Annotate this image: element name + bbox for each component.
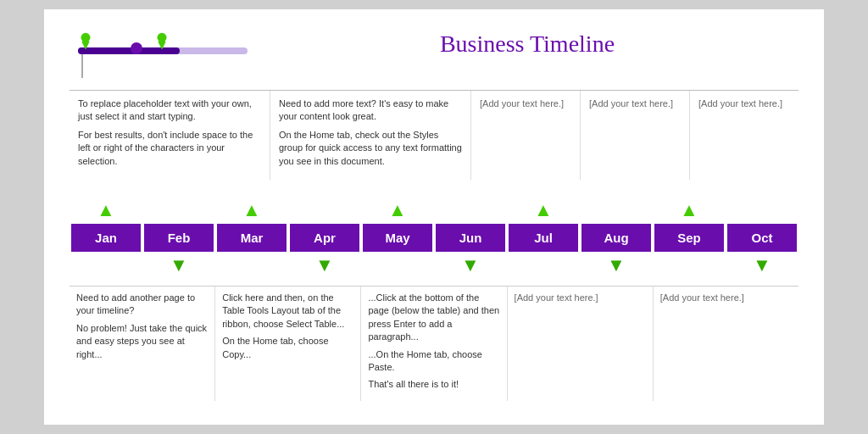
header: Business Timeline [70,26,798,81]
page-title: Business Timeline [256,31,798,58]
arrow-top-mar: ▲ [215,197,288,224]
month-may: May [363,224,432,252]
arrow-top-oct [726,197,798,224]
arrow-top-may: ▲ [361,197,434,224]
bottom-text-box-3: [Add your text here.] [508,287,654,401]
title-area: Business Timeline [256,26,798,58]
top-text-row: To replace placeholder text with your ow… [70,90,798,180]
arrow-top-jan: ▲ [70,197,142,224]
arrows-top-row: ▲▲▲▲▲ [70,197,798,224]
arrow-bottom-apr: ▼ [288,252,361,279]
months-row: JanFebMarAprMayJunJulAugSepOct [70,224,798,252]
month-feb: Feb [144,224,214,252]
pin-1 [78,32,93,51]
arrows-bottom-row: ▼▼▼▼▼ [70,252,798,279]
arrow-bottom-jan [70,252,142,279]
month-aug: Aug [581,224,651,252]
arrow-bottom-aug: ▼ [580,252,653,279]
month-jun: Jun [436,224,505,252]
bottom-text-box-1: Click here and then, on the Table Tools … [215,287,361,401]
bottom-text-box-0: Need to add another page to your timelin… [70,287,215,401]
timeline-graphic [70,26,256,81]
arrow-top-apr [288,197,361,224]
arrow-top-aug [580,197,653,224]
arrow-bottom-jun: ▼ [434,252,507,279]
top-text-box-0: To replace placeholder text with your ow… [70,91,270,180]
top-text-box-4: [Add your text here.] [690,91,798,180]
arrow-bottom-jul [507,252,580,279]
top-text-box-3: [Add your text here.] [581,91,690,180]
svg-point-0 [81,33,91,42]
month-jul: Jul [509,224,578,252]
bottom-text-box-4: [Add your text here.] [654,287,798,401]
bottom-text-row: Need to add another page to your timelin… [70,286,798,401]
cursor-vline [81,54,83,78]
top-text-box-1: Need to add more text? It's easy to make… [270,91,471,180]
page-container: Business Timeline To replace placeholder… [44,9,824,425]
arrow-bottom-sep [653,252,726,279]
month-mar: Mar [217,224,287,252]
arrow-top-jul: ▲ [507,197,580,224]
arrow-bottom-oct: ▼ [726,252,798,279]
month-apr: Apr [290,224,359,252]
arrow-top-sep: ▲ [653,197,726,224]
timeline-months: ▲▲▲▲▲JanFebMarAprMayJunJulAugSepOct▼▼▼▼▼ [70,197,798,279]
arrow-bottom-may [361,252,434,279]
pin-2 [154,32,170,51]
arrow-top-feb [142,197,215,224]
month-sep: Sep [654,224,724,252]
month-jan: Jan [71,224,141,252]
top-text-box-2: [Add your text here.] [471,91,581,180]
arrow-bottom-mar [215,252,288,279]
cursor-marker [131,42,142,54]
arrow-top-jun [434,197,507,224]
svg-point-2 [158,33,167,42]
svg-marker-3 [158,42,165,49]
month-oct: Oct [727,224,797,252]
arrow-bottom-feb: ▼ [142,252,215,279]
bottom-text-box-2: ...Click at the bottom of the page (belo… [361,287,507,401]
svg-marker-1 [81,42,89,49]
